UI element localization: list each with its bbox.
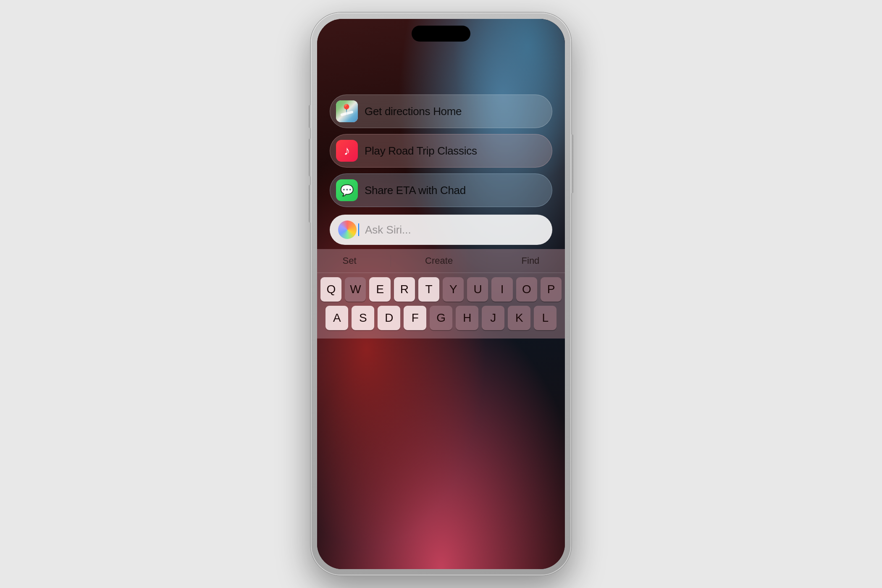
key-Y[interactable]: Y [443, 277, 464, 302]
music-card-label: Play Road Trip Classics [365, 144, 477, 158]
siri-card-music[interactable]: Play Road Trip Classics [330, 134, 552, 168]
key-L[interactable]: L [534, 306, 556, 330]
key-E[interactable]: E [369, 277, 390, 302]
key-Q[interactable]: Q [320, 277, 341, 302]
dynamic-island [412, 26, 470, 42]
messages-card-label: Share ETA with Chad [365, 184, 466, 197]
phone-frame: 📍 Get directions Home Play Road Trip Cla… [311, 13, 571, 575]
phone-screen: 📍 Get directions Home Play Road Trip Cla… [317, 19, 565, 569]
suggestion-find[interactable]: Find [522, 255, 540, 266]
volume-down-button[interactable] [309, 139, 311, 176]
suggestion-create[interactable]: Create [425, 255, 453, 266]
siri-orb-icon [338, 220, 357, 239]
music-app-icon [336, 140, 358, 162]
maps-app-icon: 📍 [336, 100, 358, 122]
key-I[interactable]: I [491, 277, 512, 302]
key-H[interactable]: H [456, 306, 478, 330]
key-O[interactable]: O [516, 277, 537, 302]
siri-card-directions[interactable]: 📍 Get directions Home [330, 94, 552, 128]
silent-switch[interactable] [309, 185, 311, 223]
siri-cursor [358, 223, 359, 236]
key-U[interactable]: U [467, 277, 488, 302]
volume-up-button[interactable] [309, 105, 311, 128]
siri-card-messages[interactable]: Share ETA with Chad [330, 173, 552, 207]
key-D[interactable]: D [378, 306, 400, 330]
siri-suggestions-list: 📍 Get directions Home Play Road Trip Cla… [317, 94, 565, 207]
keyboard-row-2: A S D F G H J K L [320, 306, 562, 330]
siri-input-bar[interactable]: Ask Siri... [330, 215, 552, 245]
key-W[interactable]: W [345, 277, 366, 302]
keyboard-keys: Q W E R T Y U I O P A S [317, 273, 565, 330]
suggestion-divider-1 [391, 255, 391, 267]
key-P[interactable]: P [541, 277, 562, 302]
keyboard: Set Create Find Q W E R T Y [317, 249, 565, 339]
key-J[interactable]: J [482, 306, 504, 330]
key-S[interactable]: S [352, 306, 374, 330]
key-T[interactable]: T [418, 277, 439, 302]
siri-placeholder-text: Ask Siri... [365, 223, 411, 236]
messages-app-icon [336, 179, 358, 201]
key-A[interactable]: A [326, 306, 348, 330]
power-button[interactable] [571, 134, 573, 193]
suggestion-divider-2 [487, 255, 487, 267]
key-G[interactable]: G [430, 306, 452, 330]
directions-card-label: Get directions Home [365, 105, 462, 118]
keyboard-suggestions-row: Set Create Find [317, 249, 565, 273]
key-K[interactable]: K [508, 306, 530, 330]
screen-content: 📍 Get directions Home Play Road Trip Cla… [317, 19, 565, 569]
key-R[interactable]: R [394, 277, 415, 302]
keyboard-row-1: Q W E R T Y U I O P [320, 277, 562, 302]
suggestion-set[interactable]: Set [343, 255, 357, 266]
key-F[interactable]: F [404, 306, 426, 330]
